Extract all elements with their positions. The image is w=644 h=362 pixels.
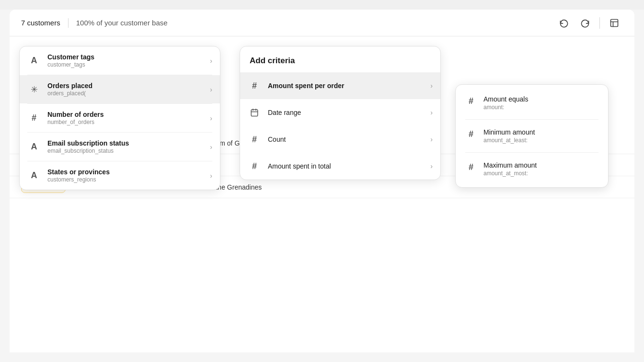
chevron-right-icon: › — [430, 162, 433, 170]
chevron-right-icon: › — [210, 114, 212, 122]
letter-icon: A — [27, 140, 41, 154]
criteria-text: Orders placed orders_placed( — [47, 82, 203, 97]
hash-icon: # — [248, 133, 261, 146]
criteria-item-number-orders[interactable]: # Number of orders number_of_orders › — [20, 104, 220, 132]
letter-icon: A — [27, 54, 41, 68]
chevron-right-icon: › — [210, 143, 212, 151]
sub-option-maximum-amount[interactable]: # Maximum amount amount_at_most: — [456, 155, 608, 183]
customer-count: 7 customers — [21, 19, 60, 27]
criteria-subtitle: orders_placed( — [47, 90, 203, 97]
sub-option-subtitle: amount_at_most: — [483, 170, 598, 177]
criteria-subtitle: email_subscription_status — [47, 147, 203, 154]
redo-button[interactable] — [576, 14, 594, 32]
chevron-right-icon: › — [430, 136, 433, 143]
criteria-title: States or provinces — [47, 168, 203, 176]
criteria-item-orders-placed[interactable]: ✳ Orders placed orders_placed( › — [20, 75, 220, 103]
content-area: Partially fulfilled United Kingdom of Gr… — [10, 36, 634, 352]
sub-option-title: Amount equals — [483, 95, 598, 103]
sub-options-panel: # Amount equals amount: # Minimum amount… — [455, 84, 609, 188]
divider — [465, 119, 598, 120]
hash-icon: # — [248, 79, 261, 92]
criteria-item-email-subscription[interactable]: A Email subscription status email_subscr… — [20, 133, 220, 161]
action-separator — [599, 17, 600, 29]
svg-rect-1 — [251, 110, 258, 116]
panel-item-label: Date range — [268, 109, 424, 116]
divider — [465, 152, 598, 153]
criteria-text: States or provinces customers_regions — [47, 168, 203, 183]
add-criteria-panel: Add criteria # Amount spent per order › … — [240, 46, 441, 180]
panel-item-date-range[interactable]: Date range › — [240, 99, 440, 126]
top-bar: 7 customers 100% of your customer base — [10, 10, 634, 36]
panel-item-label: Count — [268, 136, 424, 143]
chevron-right-icon: › — [210, 172, 212, 180]
calendar-icon — [248, 106, 261, 119]
sub-option-text: Minimum amount amount_at_least: — [483, 128, 598, 144]
undo-button[interactable] — [555, 14, 573, 32]
chevron-right-icon: › — [430, 109, 433, 116]
left-criteria-panel: A Customer tags customer_tags › ✳ Orders… — [19, 46, 220, 190]
criteria-text: Email subscription status email_subscrip… — [47, 139, 203, 154]
sub-option-text: Maximum amount amount_at_most: — [483, 161, 598, 177]
panel-item-amount-spent-per-order[interactable]: # Amount spent per order › — [240, 72, 440, 99]
chevron-right-icon: › — [430, 82, 433, 90]
sub-option-title: Minimum amount — [483, 128, 598, 136]
panel-title: Add criteria — [240, 46, 440, 72]
hash-icon: # — [465, 161, 477, 172]
sub-option-subtitle: amount: — [483, 104, 598, 111]
panel-item-label: Amount spent per order — [268, 82, 424, 90]
criteria-text: Customer tags customer_tags — [47, 53, 203, 68]
criteria-item-customer-tags[interactable]: A Customer tags customer_tags › — [20, 46, 220, 75]
sub-option-amount-equals[interactable]: # Amount equals amount: — [456, 89, 608, 117]
panel-item-amount-spent-total[interactable]: # Amount spent in total › — [240, 153, 440, 180]
sub-option-subtitle: amount_at_least: — [483, 137, 598, 144]
sub-option-text: Amount equals amount: — [483, 95, 598, 111]
criteria-title: Number of orders — [47, 111, 203, 118]
criteria-title: Email subscription status — [47, 139, 203, 147]
hash-icon: # — [465, 95, 477, 106]
criteria-subtitle: customers_regions — [47, 176, 203, 183]
sub-option-minimum-amount[interactable]: # Minimum amount amount_at_least: — [456, 122, 608, 150]
customer-percent: 100% of your customer base — [76, 19, 168, 27]
criteria-item-states-provinces[interactable]: A States or provinces customers_regions … — [20, 161, 220, 190]
top-bar-actions — [555, 14, 623, 32]
hash-icon: # — [465, 128, 477, 139]
hash-icon: # — [248, 159, 261, 173]
panel-item-count[interactable]: # Count › — [240, 126, 440, 153]
star-icon: ✳ — [27, 83, 41, 96]
criteria-subtitle: number_of_orders — [47, 119, 203, 125]
criteria-title: Customer tags — [47, 53, 203, 61]
hash-icon: # — [27, 112, 41, 125]
criteria-subtitle: customer_tags — [47, 61, 203, 68]
panel-item-label: Amount spent in total — [268, 162, 424, 170]
chevron-right-icon: › — [210, 57, 212, 65]
top-bar-divider — [68, 18, 69, 28]
criteria-text: Number of orders number_of_orders — [47, 111, 203, 125]
chevron-right-icon: › — [210, 86, 212, 93]
criteria-title: Orders placed — [47, 82, 203, 90]
layout-button[interactable] — [606, 14, 623, 32]
sub-option-title: Maximum amount — [483, 161, 598, 169]
svg-rect-0 — [611, 19, 618, 26]
letter-icon: A — [27, 169, 41, 182]
